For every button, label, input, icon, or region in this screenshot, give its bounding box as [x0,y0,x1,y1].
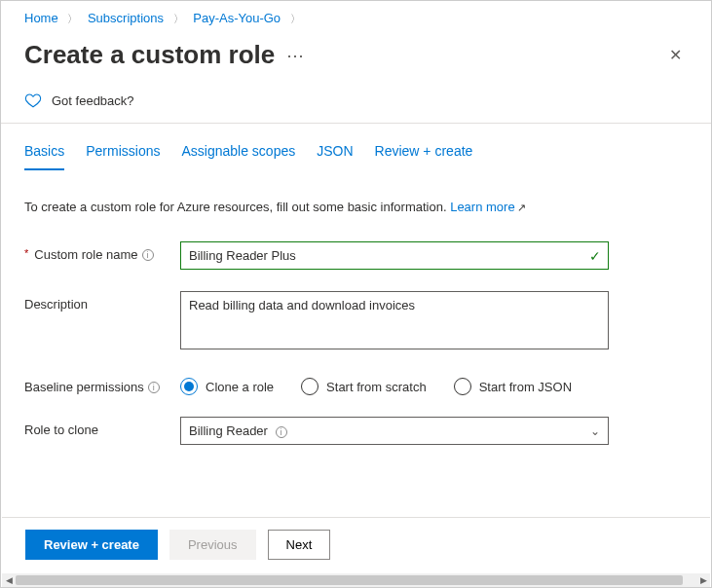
tab-assignable-scopes[interactable]: Assignable scopes [181,143,295,170]
scroll-right-icon[interactable]: ▶ [696,575,710,585]
chevron-right-icon: 〉 [284,13,307,24]
info-icon[interactable]: i [148,382,160,393]
baseline-permissions-label: Baseline permissions [24,380,144,394]
more-menu-icon[interactable]: ⋯ [286,45,305,66]
tab-strip: Basics Permissions Assignable scopes JSO… [1,124,711,170]
feedback-label: Got feedback? [52,93,134,108]
close-icon[interactable]: ✕ [663,40,688,70]
previous-button: Previous [169,530,256,560]
info-icon[interactable]: i [142,249,154,261]
tab-json[interactable]: JSON [317,143,353,170]
role-to-clone-select[interactable]: Billing Reader i ⌄ [180,417,609,445]
tab-review-create[interactable]: Review + create [375,143,473,170]
description-input[interactable] [180,291,609,349]
horizontal-scrollbar[interactable]: ◀ ▶ [2,573,710,587]
select-value: Billing Reader [189,423,268,438]
footer-bar: Review + create Previous Next [2,517,710,571]
page-title: Create a custom role [24,40,275,70]
tab-permissions[interactable]: Permissions [86,143,160,170]
breadcrumb-payg[interactable]: Pay-As-You-Go [193,11,281,25]
next-button[interactable]: Next [268,530,331,560]
tab-basics[interactable]: Basics [24,143,64,170]
role-to-clone-label: Role to clone [24,423,98,437]
radio-label: Start from JSON [479,380,572,394]
radio-clone-role[interactable]: Clone a role [180,378,274,395]
custom-role-name-input[interactable] [180,241,609,270]
radio-from-scratch[interactable]: Start from scratch [301,378,427,395]
breadcrumb-home[interactable]: Home [24,11,58,25]
learn-more-link[interactable]: Learn more [450,200,514,214]
intro-text: To create a custom role for Azure resour… [1,170,711,222]
description-label: Description [24,297,88,312]
external-link-icon: ↗ [517,202,526,213]
breadcrumb-subscriptions[interactable]: Subscriptions [88,11,164,25]
radio-label: Start from scratch [326,380,427,394]
radio-label: Clone a role [206,380,274,394]
review-create-button[interactable]: Review + create [25,530,158,560]
info-icon[interactable]: i [276,426,287,438]
role-name-label: Custom role name [34,247,137,262]
feedback-link[interactable]: Got feedback? [1,86,711,123]
heart-icon [24,92,42,109]
chevron-down-icon: ⌄ [590,424,600,438]
required-indicator: * [24,247,28,259]
chevron-right-icon: 〉 [168,13,190,24]
chevron-right-icon: 〉 [61,13,84,24]
scroll-left-icon[interactable]: ◀ [2,575,16,585]
breadcrumb: Home 〉 Subscriptions 〉 Pay-As-You-Go 〉 [1,1,711,32]
checkmark-icon: ✓ [589,248,601,264]
radio-from-json[interactable]: Start from JSON [454,378,572,395]
